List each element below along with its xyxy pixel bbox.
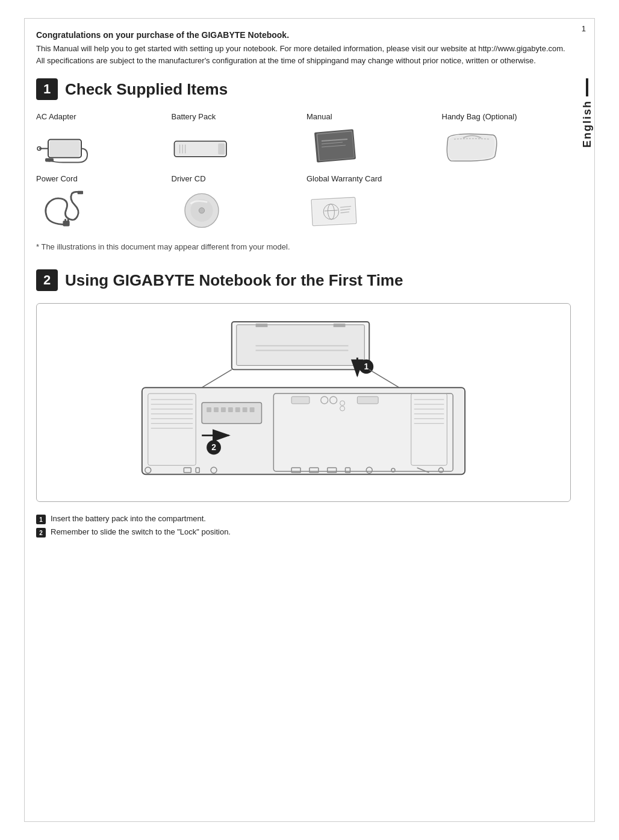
item-driver-cd-image [172,188,232,230]
svg-line-90 [369,369,399,387]
intro-section: Congratulations on your purchase of the … [36,30,571,66]
item-driver-cd-label: Driver CD [172,174,206,183]
item-ac-adapter-label: AC Adapter [36,112,76,121]
side-language-label: English [580,78,594,148]
svg-rect-57 [235,407,240,412]
item-warranty-card-label: Global Warranty Card [306,174,382,183]
item-battery-pack: Battery Pack [172,112,301,168]
item-manual-image [306,126,367,168]
svg-rect-58 [243,407,247,412]
section1-number: 1 [36,78,58,100]
item-ac-adapter-image [36,126,96,168]
item-battery-pack-label: Battery Pack [172,112,216,121]
instruction-text-1: Insert the battery pack into the compart… [51,514,206,523]
section2-header: 2 Using GIGABYTE Notebook for the First … [36,269,571,291]
item-handy-bag-image [442,126,502,168]
item-driver-cd: Driver CD [172,174,301,230]
page-number: 1 [582,24,586,33]
svg-rect-54 [214,407,219,412]
instruction-item-2: 2 Remember to slide the switch to the "L… [36,527,571,538]
svg-rect-1 [49,141,80,157]
item-warranty-card-image [306,188,367,230]
section2: 2 Using GIGABYTE Notebook for the First … [36,269,571,538]
section2-title: Using GIGABYTE Notebook for the First Ti… [65,271,403,290]
svg-rect-53 [207,407,211,412]
svg-rect-56 [228,407,233,412]
instructions-list: 1 Insert the battery pack into the compa… [36,514,571,538]
item-handy-bag-label: Handy Bag (Optional) [442,112,517,121]
svg-rect-55 [221,407,226,412]
item-ac-adapter: AC Adapter [36,112,166,168]
item-power-cord: Power Cord [36,174,166,230]
svg-rect-36 [334,324,346,327]
svg-rect-21 [78,191,83,195]
svg-rect-59 [250,407,255,412]
svg-rect-7 [175,142,225,155]
item-handy-bag: Handy Bag (Optional) [442,112,571,168]
item-power-cord-label: Power Cord [36,174,78,183]
items-row2: Power Cord Driver CD [36,174,571,230]
items-row1: AC Adapter Battery Pack [36,112,571,168]
svg-text:2: 2 [211,442,216,452]
instruction-num-2: 2 [36,528,46,538]
instruction-text-2: Remember to slide the switch to the "Loc… [51,527,231,536]
instruction-item-1: 1 Insert the battery pack into the compa… [36,514,571,524]
section1-title: Check Supplied Items [65,80,228,99]
svg-point-24 [199,208,204,213]
section1-header: 1 Check Supplied Items [36,78,571,100]
svg-rect-8 [218,143,225,154]
section2-number: 2 [36,269,58,291]
svg-line-89 [202,369,232,387]
notebook-diagram: 1 [49,316,558,489]
svg-rect-52 [202,403,261,424]
svg-rect-20 [67,219,69,222]
svg-rect-69 [357,396,378,404]
svg-rect-35 [256,324,268,327]
instruction-num-1: 1 [36,515,46,524]
svg-rect-5 [45,158,54,162]
item-power-cord-image [36,188,96,230]
item-battery-pack-image [172,126,232,168]
svg-text:1: 1 [364,362,369,371]
intro-title: Congratulations on your purchase of the … [36,30,571,40]
language-text: English [581,100,594,148]
main-content: Congratulations on your purchase of the … [36,30,571,541]
svg-rect-63 [273,393,453,471]
item-manual: Manual [306,112,436,168]
item-empty [442,174,571,230]
side-bar [586,78,588,96]
note-text: * The illustrations in this document may… [36,242,571,251]
intro-text: This Manual will help you to get started… [36,43,571,66]
svg-rect-19 [64,219,66,222]
svg-rect-64 [291,396,310,404]
item-warranty-card: Global Warranty Card [306,174,436,230]
diagram-box: 1 [36,303,571,502]
item-manual-label: Manual [306,112,332,121]
